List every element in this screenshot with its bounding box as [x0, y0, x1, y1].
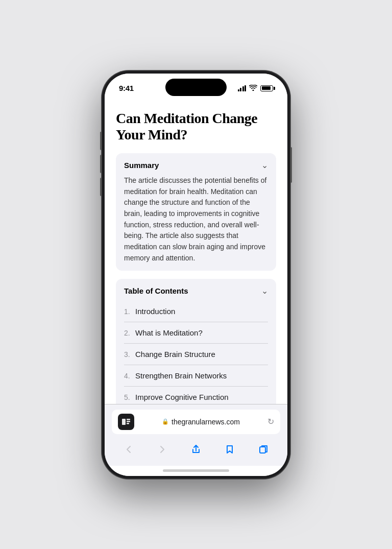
home-indicator — [105, 466, 287, 476]
toc-item-number: 5. — [124, 393, 135, 401]
summary-text: The article discusses the potential bene… — [124, 175, 268, 264]
reload-icon[interactable]: ↻ — [267, 417, 274, 426]
signal-icon — [238, 85, 247, 91]
toc-item-text: What is Meditation? — [135, 328, 203, 337]
toc-chevron-icon[interactable]: ⌄ — [261, 286, 268, 296]
volume-down-button — [100, 178, 102, 196]
browser-nav — [112, 438, 280, 462]
toc-item-number: 1. — [124, 307, 135, 316]
toc-item[interactable]: 2.What is Meditation? — [124, 322, 268, 344]
toc-item[interactable]: 4.Strengthen Brain Networks — [124, 365, 268, 387]
browser-bar: 🔒 thegranularnews.com ↻ — [105, 404, 287, 466]
summary-chevron-icon[interactable]: ⌄ — [261, 160, 268, 170]
toc-card: Table of Contents ⌄ 1.Introduction2.What… — [116, 279, 276, 403]
svg-rect-2 — [127, 421, 130, 422]
summary-header: Summary ⌄ — [124, 160, 268, 170]
toc-item-number: 3. — [124, 350, 135, 359]
toc-item[interactable]: 5.Improve Cognitive Function — [124, 387, 268, 403]
tabs-button[interactable] — [252, 440, 275, 459]
toc-item-text: Strengthen Brain Networks — [135, 371, 227, 380]
toc-list: 1.Introduction2.What is Meditation?3.Cha… — [124, 301, 268, 403]
phone-frame: 9:41 — [102, 70, 290, 479]
share-button[interactable] — [185, 440, 207, 459]
toc-item[interactable]: 1.Introduction — [124, 301, 268, 322]
svg-rect-0 — [122, 419, 126, 425]
toc-item-text: Change Brain Structure — [135, 350, 215, 359]
status-icons — [238, 85, 274, 92]
phone-screen: 9:41 — [105, 74, 287, 476]
home-bar — [163, 469, 229, 472]
wifi-icon — [249, 85, 257, 92]
bookmarks-button[interactable] — [218, 440, 241, 459]
silent-switch — [100, 132, 102, 146]
lock-icon: 🔒 — [162, 418, 169, 425]
toc-item-number: 4. — [124, 372, 135, 380]
svg-rect-3 — [127, 423, 129, 424]
toc-label: Table of Contents — [124, 287, 188, 295]
toc-item-number: 2. — [124, 329, 135, 337]
url-text: thegranularnews.com — [172, 418, 240, 426]
toc-item-text: Introduction — [135, 307, 175, 316]
status-time: 9:41 — [119, 84, 134, 92]
toc-item-text: Improve Cognitive Function — [135, 393, 229, 401]
toc-item[interactable]: 3.Change Brain Structure — [124, 344, 268, 365]
url-section: 🔒 thegranularnews.com — [138, 418, 263, 426]
battery-icon — [260, 85, 273, 91]
status-bar: 9:41 — [105, 74, 287, 100]
forward-button[interactable] — [151, 440, 174, 459]
summary-label: Summary — [124, 161, 159, 170]
toc-header: Table of Contents ⌄ — [124, 286, 268, 296]
svg-rect-1 — [127, 419, 130, 420]
dynamic-island — [165, 79, 227, 96]
url-bar[interactable]: 🔒 thegranularnews.com ↻ — [112, 410, 280, 434]
back-button[interactable] — [117, 440, 140, 459]
summary-card: Summary ⌄ The article discusses the pote… — [116, 153, 276, 271]
article-title: Can Meditation Change Your Mind? — [116, 110, 276, 143]
svg-rect-4 — [260, 447, 265, 453]
content-area[interactable]: Can Meditation Change Your Mind? Summary… — [105, 100, 287, 404]
reader-view-button[interactable] — [118, 414, 134, 430]
volume-up-button — [100, 155, 102, 173]
